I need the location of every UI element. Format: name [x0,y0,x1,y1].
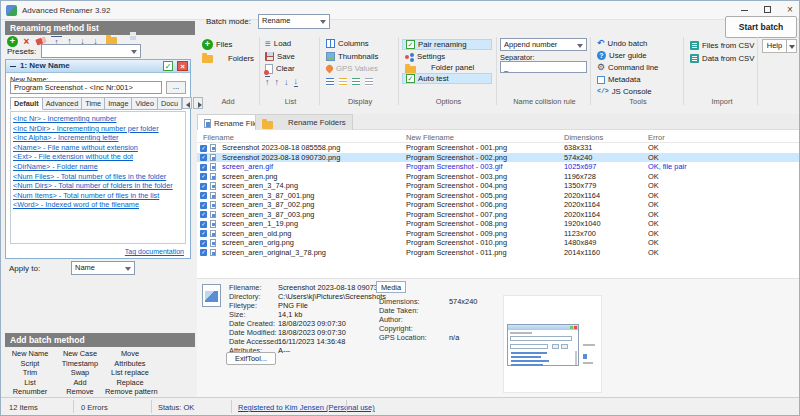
move-bottom-icon[interactable]: ↓ [294,76,299,87]
method-tab-advanced[interactable]: Advanced [43,97,82,110]
add-method-attributes[interactable]: Attributes [105,359,155,369]
add-method-move[interactable]: Move [105,349,155,359]
add-method-icon[interactable]: + [7,36,18,47]
add-method-remove-pattern[interactable]: Remove pattern [105,387,155,397]
add-method-trim[interactable]: Trim [5,368,55,378]
tag-link[interactable]: <Num Items> - Total number of files in t… [13,191,183,201]
add-method-new-case[interactable]: New Case [55,349,105,359]
row-checkbox[interactable]: ✓ [200,211,207,218]
add-method-swap[interactable]: Swap [55,368,105,378]
table-row[interactable]: ✓screen_aren_1_19.pngProgram Screenshot … [197,219,799,229]
files-from-csv-button[interactable]: Files from CSV [690,40,754,51]
exiftool-button[interactable]: ExifTool... [226,352,276,365]
new-name-input[interactable]: Program Screenshot - <Inc Nr:001> [10,81,162,94]
data-from-csv-button[interactable]: Data from CSV [690,53,754,64]
row-checkbox[interactable]: ✓ [200,154,207,161]
auto-test-toggle[interactable]: ✓Auto test [402,73,492,84]
table-row[interactable]: ✓screen_aren_old.pngProgram Screenshot -… [197,229,799,239]
move-down-icon[interactable]: ↓ [284,77,289,87]
tag-link[interactable]: <Word> - Indexed word of the filename [13,200,183,210]
add-method-renumber[interactable]: Renumber [5,387,55,397]
view-large-icon[interactable] [365,78,373,86]
apply-to-select[interactable]: Name [71,261,135,275]
clear-list-button[interactable]: Clear [265,63,295,74]
view-medium-icon[interactable] [352,78,360,86]
method-close-button[interactable]: × [177,61,188,71]
tag-link[interactable]: <Inc Alpha> - Incrementing letter [13,133,183,143]
add-method-script[interactable]: Script [5,359,55,369]
col-error[interactable]: Error [648,133,665,142]
add-method-timestamp[interactable]: Timestamp [55,359,105,369]
undo-batch-button[interactable]: ↶Undo batch [597,38,647,49]
col-dimensions[interactable]: Dimensions [564,133,603,142]
save-list-button[interactable]: Save [265,51,295,62]
row-checkbox[interactable]: ✓ [200,249,207,256]
col-filename[interactable]: Filename [203,133,234,142]
row-checkbox[interactable]: ✓ [200,164,207,171]
load-list-button[interactable]: ≡Load [265,38,291,49]
table-row[interactable]: ✓screen_aren.pngProgram Screenshot - 003… [197,172,799,182]
row-checkbox[interactable]: ✓ [200,230,207,237]
separator-input[interactable]: _ [500,61,587,73]
batch-mode-select[interactable]: Rename [258,14,330,29]
add-method-remove[interactable]: Remove [55,387,105,397]
tag-link[interactable]: <Num Dirs> - Total number of folders in … [13,181,183,191]
tag-documentation-link[interactable]: Tag documentation [125,248,184,255]
help-dropdown-icon[interactable] [786,39,797,53]
remove-method-icon[interactable]: × [21,36,32,47]
add-method-add[interactable]: Add [55,378,105,388]
row-checkbox[interactable]: ✓ [200,145,207,152]
row-checkbox[interactable]: ✓ [200,221,207,228]
method-enabled-checkbox[interactable]: ✓ [163,61,173,71]
col-new-filename[interactable]: New Filename [406,133,454,142]
table-row[interactable]: ✓screen_aren_3_87_003.pngProgram Screens… [197,210,799,220]
settings-button[interactable]: Settings [405,51,445,62]
row-checkbox[interactable]: ✓ [200,192,207,199]
registered-link[interactable]: Registered to Kim Jensen (Personal use) [238,403,375,412]
thumbnails-button[interactable]: Thumbnails [326,51,378,62]
view-small-icon[interactable] [339,78,347,86]
tag-link[interactable]: <DirName> - Folder name [13,162,183,172]
metadata-button[interactable]: Metadata [597,74,641,85]
user-guide-button[interactable]: ?User guide [597,50,647,61]
tag-link[interactable]: <Inc NrDir> - Incrementing number per fo… [13,124,183,134]
method-tab-time[interactable]: Time [82,97,105,110]
pair-renaming-toggle[interactable]: ✓Pair renaming [402,39,492,50]
collision-rule-select[interactable]: Append number [500,38,587,51]
table-row[interactable]: ✓screen_aren_3_74.pngProgram Screenshot … [197,181,799,191]
add-files-button[interactable]: +Files [202,39,232,50]
add-folders-button[interactable]: Folders [202,53,254,64]
table-row[interactable]: ✓Screenshot 2023-08-18 085558.pngProgram… [197,143,799,153]
columns-button[interactable]: Columns [326,38,369,49]
row-checkbox[interactable]: ✓ [200,173,207,180]
tag-link[interactable]: <Inc Nr> - Incrementing number [13,114,183,124]
folder-panel-button[interactable]: Folder panel [405,62,474,73]
row-checkbox[interactable]: ✓ [200,240,207,247]
view-detail-icon[interactable] [326,78,334,86]
row-checkbox[interactable]: ✓ [200,183,207,190]
collapse-icon[interactable] [10,66,16,67]
tab-scroll-left-icon[interactable] [182,97,192,109]
add-method-list-replace[interactable]: List replace [105,368,155,378]
more-button[interactable]: ... [166,81,186,94]
table-row[interactable]: ✓screen_aren_3_87_001.pngProgram Screens… [197,191,799,201]
tag-link[interactable]: <Num Files> - Total number of files in t… [13,172,183,182]
table-row[interactable]: ✓Screenshot 2023-08-18 090730.pngProgram… [197,153,799,163]
table-row[interactable]: ✓screen_aren_orig.pngProgram Screenshot … [197,238,799,248]
tag-link[interactable]: <Name> - File name without extension [13,143,183,153]
table-row[interactable]: ✓screen_aren_3_87_002.pngProgram Screens… [197,200,799,210]
method-tab-video[interactable]: Video [132,97,158,110]
method-tab-image[interactable]: Image [105,97,132,110]
tag-link[interactable]: <Ext> - File extension without the dot [13,152,183,162]
tab-media[interactable]: Media [376,281,406,293]
help-button[interactable]: Help [762,39,797,53]
presets-select[interactable] [41,44,141,58]
add-method-new-name[interactable]: New Name [5,349,55,359]
table-row[interactable]: ✓screen_aren.gifProgram Screenshot - 003… [197,162,799,172]
add-method-list[interactable]: List [5,378,55,388]
method-box-header[interactable]: 1: New Name ✓ × [6,60,190,73]
add-method-replace[interactable]: Replace [105,378,155,388]
gps-values-button[interactable]: GPS Values [326,63,378,74]
method-tab-docu[interactable]: Docu [158,97,182,110]
row-checkbox[interactable]: ✓ [200,202,207,209]
